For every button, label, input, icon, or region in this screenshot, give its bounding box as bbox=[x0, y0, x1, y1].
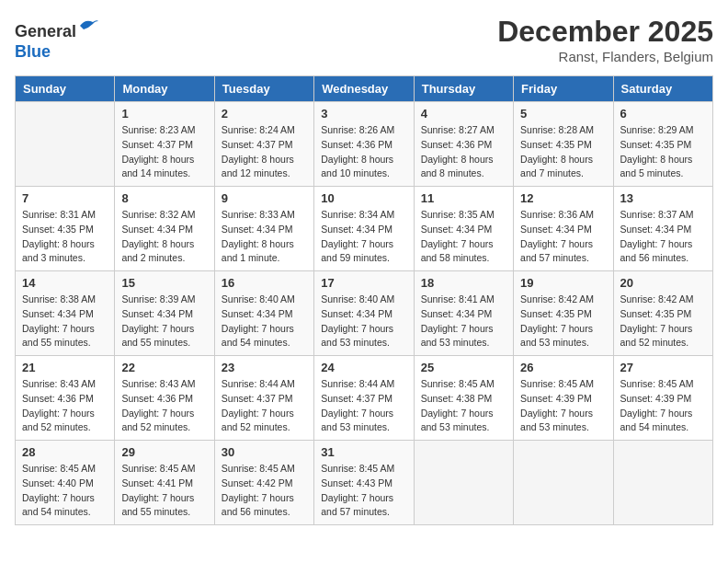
calendar-cell: 23Sunrise: 8:44 AM Sunset: 4:37 PM Dayli… bbox=[214, 356, 313, 441]
day-info: Sunrise: 8:41 AM Sunset: 4:34 PM Dayligh… bbox=[421, 293, 506, 350]
calendar-cell bbox=[613, 441, 712, 525]
calendar-cell: 9Sunrise: 8:33 AM Sunset: 4:34 PM Daylig… bbox=[214, 187, 313, 271]
calendar-cell: 1Sunrise: 8:23 AM Sunset: 4:37 PM Daylig… bbox=[115, 102, 214, 187]
day-info: Sunrise: 8:40 AM Sunset: 4:34 PM Dayligh… bbox=[222, 293, 307, 350]
calendar-cell: 5Sunrise: 8:28 AM Sunset: 4:35 PM Daylig… bbox=[514, 102, 613, 187]
calendar-cell: 28Sunrise: 8:45 AM Sunset: 4:40 PM Dayli… bbox=[16, 441, 115, 525]
day-info: Sunrise: 8:37 AM Sunset: 4:34 PM Dayligh… bbox=[620, 208, 706, 266]
column-header-thursday: Thursday bbox=[414, 76, 513, 102]
day-number: 1 bbox=[121, 107, 207, 121]
day-number: 13 bbox=[620, 191, 706, 205]
day-number: 11 bbox=[421, 191, 506, 205]
day-number: 24 bbox=[321, 361, 406, 374]
day-info: Sunrise: 8:36 AM Sunset: 4:34 PM Dayligh… bbox=[520, 208, 606, 266]
day-number: 30 bbox=[222, 445, 307, 459]
month-title: December 2025 bbox=[497, 15, 713, 49]
column-header-monday: Monday bbox=[115, 76, 214, 102]
calendar-cell: 2Sunrise: 8:24 AM Sunset: 4:37 PM Daylig… bbox=[214, 102, 313, 187]
day-number: 28 bbox=[22, 445, 108, 459]
column-header-tuesday: Tuesday bbox=[214, 76, 313, 102]
calendar-cell: 12Sunrise: 8:36 AM Sunset: 4:34 PM Dayli… bbox=[514, 187, 613, 271]
day-number: 31 bbox=[321, 445, 406, 459]
day-info: Sunrise: 8:28 AM Sunset: 4:35 PM Dayligh… bbox=[520, 123, 606, 181]
calendar-cell: 8Sunrise: 8:32 AM Sunset: 4:34 PM Daylig… bbox=[115, 187, 214, 271]
day-info: Sunrise: 8:23 AM Sunset: 4:37 PM Dayligh… bbox=[121, 123, 207, 181]
day-number: 25 bbox=[421, 361, 506, 374]
calendar-cell: 24Sunrise: 8:44 AM Sunset: 4:37 PM Dayli… bbox=[314, 356, 414, 441]
calendar-cell: 7Sunrise: 8:31 AM Sunset: 4:35 PM Daylig… bbox=[16, 187, 115, 271]
day-info: Sunrise: 8:42 AM Sunset: 4:35 PM Dayligh… bbox=[620, 293, 706, 350]
day-info: Sunrise: 8:34 AM Sunset: 4:34 PM Dayligh… bbox=[321, 208, 406, 266]
day-info: Sunrise: 8:31 AM Sunset: 4:35 PM Dayligh… bbox=[22, 208, 108, 266]
day-info: Sunrise: 8:32 AM Sunset: 4:34 PM Dayligh… bbox=[121, 208, 207, 266]
calendar-cell: 15Sunrise: 8:39 AM Sunset: 4:34 PM Dayli… bbox=[115, 271, 214, 356]
logo-general-text: General bbox=[15, 22, 76, 40]
calendar-cell: 10Sunrise: 8:34 AM Sunset: 4:34 PM Dayli… bbox=[314, 187, 414, 271]
day-number: 23 bbox=[222, 361, 307, 374]
calendar-cell: 16Sunrise: 8:40 AM Sunset: 4:34 PM Dayli… bbox=[214, 271, 313, 356]
calendar-cell: 4Sunrise: 8:27 AM Sunset: 4:36 PM Daylig… bbox=[414, 102, 513, 187]
logo-blue-text: Blue bbox=[15, 42, 51, 61]
logo: General Blue bbox=[15, 15, 100, 62]
day-number: 16 bbox=[222, 276, 307, 290]
day-info: Sunrise: 8:43 AM Sunset: 4:36 PM Dayligh… bbox=[121, 377, 207, 435]
calendar-week-row: 21Sunrise: 8:43 AM Sunset: 4:36 PM Dayli… bbox=[16, 356, 713, 441]
day-info: Sunrise: 8:39 AM Sunset: 4:34 PM Dayligh… bbox=[121, 293, 207, 350]
day-info: Sunrise: 8:27 AM Sunset: 4:36 PM Dayligh… bbox=[421, 123, 506, 181]
calendar-cell bbox=[414, 441, 513, 525]
day-info: Sunrise: 8:38 AM Sunset: 4:34 PM Dayligh… bbox=[22, 293, 108, 350]
calendar-week-row: 7Sunrise: 8:31 AM Sunset: 4:35 PM Daylig… bbox=[16, 187, 713, 271]
page-header: General Blue December 2025 Ranst, Flande… bbox=[15, 15, 713, 64]
day-number: 26 bbox=[520, 361, 606, 374]
day-info: Sunrise: 8:42 AM Sunset: 4:35 PM Dayligh… bbox=[520, 293, 606, 350]
day-info: Sunrise: 8:45 AM Sunset: 4:39 PM Dayligh… bbox=[520, 377, 606, 435]
day-number: 4 bbox=[421, 107, 506, 121]
day-info: Sunrise: 8:45 AM Sunset: 4:40 PM Dayligh… bbox=[22, 462, 108, 520]
calendar-cell: 14Sunrise: 8:38 AM Sunset: 4:34 PM Dayli… bbox=[16, 271, 115, 356]
calendar-cell: 22Sunrise: 8:43 AM Sunset: 4:36 PM Dayli… bbox=[115, 356, 214, 441]
day-number: 6 bbox=[620, 107, 706, 121]
calendar-cell: 21Sunrise: 8:43 AM Sunset: 4:36 PM Dayli… bbox=[16, 356, 115, 441]
day-info: Sunrise: 8:45 AM Sunset: 4:42 PM Dayligh… bbox=[222, 462, 307, 520]
day-number: 22 bbox=[121, 361, 207, 374]
logo-bird-icon bbox=[78, 15, 100, 37]
day-number: 18 bbox=[421, 276, 506, 290]
day-number: 29 bbox=[121, 445, 207, 459]
calendar-cell: 26Sunrise: 8:45 AM Sunset: 4:39 PM Dayli… bbox=[514, 356, 613, 441]
calendar-cell: 3Sunrise: 8:26 AM Sunset: 4:36 PM Daylig… bbox=[314, 102, 414, 187]
day-number: 8 bbox=[121, 191, 207, 205]
day-number: 21 bbox=[22, 361, 108, 374]
day-info: Sunrise: 8:24 AM Sunset: 4:37 PM Dayligh… bbox=[222, 123, 307, 181]
calendar-cell: 17Sunrise: 8:40 AM Sunset: 4:34 PM Dayli… bbox=[314, 271, 414, 356]
column-header-sunday: Sunday bbox=[16, 76, 115, 102]
calendar-cell: 31Sunrise: 8:45 AM Sunset: 4:43 PM Dayli… bbox=[314, 441, 414, 525]
day-number: 2 bbox=[222, 107, 307, 121]
day-number: 9 bbox=[222, 191, 307, 205]
calendar-cell: 19Sunrise: 8:42 AM Sunset: 4:35 PM Dayli… bbox=[514, 271, 613, 356]
calendar-cell: 30Sunrise: 8:45 AM Sunset: 4:42 PM Dayli… bbox=[214, 441, 313, 525]
day-number: 7 bbox=[22, 191, 108, 205]
day-number: 14 bbox=[22, 276, 108, 290]
day-number: 12 bbox=[520, 191, 606, 205]
day-info: Sunrise: 8:44 AM Sunset: 4:37 PM Dayligh… bbox=[222, 377, 307, 435]
column-header-friday: Friday bbox=[514, 76, 613, 102]
calendar-week-row: 14Sunrise: 8:38 AM Sunset: 4:34 PM Dayli… bbox=[16, 271, 713, 356]
day-number: 10 bbox=[321, 191, 406, 205]
column-header-wednesday: Wednesday bbox=[314, 76, 414, 102]
day-number: 20 bbox=[620, 276, 706, 290]
calendar-cell: 13Sunrise: 8:37 AM Sunset: 4:34 PM Dayli… bbox=[613, 187, 712, 271]
title-block: December 2025 Ranst, Flanders, Belgium bbox=[497, 15, 713, 64]
day-number: 5 bbox=[520, 107, 606, 121]
day-info: Sunrise: 8:45 AM Sunset: 4:41 PM Dayligh… bbox=[121, 462, 207, 520]
calendar-cell: 27Sunrise: 8:45 AM Sunset: 4:39 PM Dayli… bbox=[613, 356, 712, 441]
calendar-cell bbox=[16, 102, 115, 187]
calendar-header-row: SundayMondayTuesdayWednesdayThursdayFrid… bbox=[16, 76, 713, 102]
calendar-table: SundayMondayTuesdayWednesdayThursdayFrid… bbox=[15, 75, 713, 525]
day-info: Sunrise: 8:35 AM Sunset: 4:34 PM Dayligh… bbox=[421, 208, 506, 266]
day-info: Sunrise: 8:26 AM Sunset: 4:36 PM Dayligh… bbox=[321, 123, 406, 181]
day-info: Sunrise: 8:29 AM Sunset: 4:35 PM Dayligh… bbox=[620, 123, 706, 181]
day-number: 17 bbox=[321, 276, 406, 290]
day-info: Sunrise: 8:45 AM Sunset: 4:39 PM Dayligh… bbox=[620, 377, 706, 435]
calendar-cell: 6Sunrise: 8:29 AM Sunset: 4:35 PM Daylig… bbox=[613, 102, 712, 187]
calendar-cell: 25Sunrise: 8:45 AM Sunset: 4:38 PM Dayli… bbox=[414, 356, 513, 441]
